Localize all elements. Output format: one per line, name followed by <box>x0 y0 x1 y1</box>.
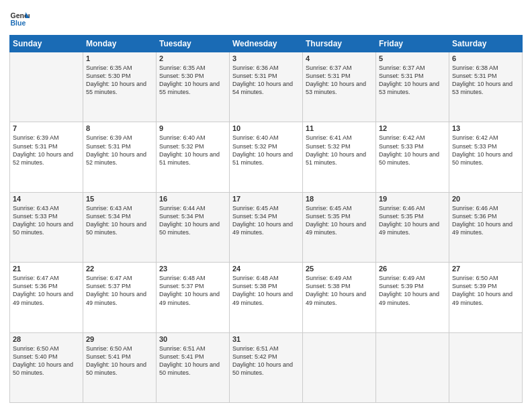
day-number: 16 <box>159 195 226 203</box>
day-number: 24 <box>232 265 300 273</box>
day-number: 13 <box>452 124 519 132</box>
week-row-0: 1Sunrise: 6:35 AMSunset: 5:30 PMDaylight… <box>10 52 523 122</box>
day-number: 28 <box>13 335 80 343</box>
week-row-2: 14Sunrise: 6:43 AMSunset: 5:33 PMDayligh… <box>10 192 523 262</box>
day-number: 11 <box>306 124 373 132</box>
cell-info: Sunrise: 6:35 AMSunset: 5:30 PMDaylight:… <box>159 64 226 97</box>
day-number: 15 <box>86 195 153 203</box>
calendar-cell <box>376 332 449 402</box>
cell-info: Sunrise: 6:43 AMSunset: 5:34 PMDaylight:… <box>86 204 153 237</box>
cell-info: Sunrise: 6:49 AMSunset: 5:38 PMDaylight:… <box>306 274 373 307</box>
day-number: 6 <box>452 54 519 62</box>
day-number: 12 <box>379 124 446 132</box>
cell-info: Sunrise: 6:50 AMSunset: 5:41 PMDaylight:… <box>86 345 153 377</box>
calendar-cell <box>303 332 376 402</box>
week-row-1: 7Sunrise: 6:39 AMSunset: 5:31 PMDaylight… <box>10 122 523 192</box>
calendar-cell: 10Sunrise: 6:40 AMSunset: 5:32 PMDayligh… <box>230 122 303 192</box>
cell-info: Sunrise: 6:44 AMSunset: 5:34 PMDaylight:… <box>159 204 226 237</box>
cell-info: Sunrise: 6:37 AMSunset: 5:31 PMDaylight:… <box>379 64 446 97</box>
day-header-saturday: Saturday <box>449 36 523 52</box>
calendar-cell: 2Sunrise: 6:35 AMSunset: 5:30 PMDaylight… <box>157 52 230 122</box>
calendar-cell: 28Sunrise: 6:50 AMSunset: 5:40 PMDayligh… <box>10 332 83 402</box>
calendar-cell: 24Sunrise: 6:48 AMSunset: 5:38 PMDayligh… <box>230 263 303 332</box>
day-number: 17 <box>232 195 300 203</box>
calendar-cell: 3Sunrise: 6:36 AMSunset: 5:31 PMDaylight… <box>230 52 303 122</box>
cell-info: Sunrise: 6:35 AMSunset: 5:30 PMDaylight:… <box>86 64 153 97</box>
day-number: 10 <box>232 124 300 132</box>
cell-info: Sunrise: 6:51 AMSunset: 5:41 PMDaylight:… <box>159 345 226 377</box>
calendar-cell: 11Sunrise: 6:41 AMSunset: 5:32 PMDayligh… <box>303 122 376 192</box>
cell-info: Sunrise: 6:39 AMSunset: 5:31 PMDaylight:… <box>13 134 80 167</box>
day-number: 25 <box>306 265 373 273</box>
logo-icon: General Blue <box>9 8 30 28</box>
page: General Blue SundayMondayTuesdayWednesda… <box>0 0 532 411</box>
calendar-cell: 22Sunrise: 6:47 AMSunset: 5:37 PMDayligh… <box>83 263 157 332</box>
calendar-body: 1Sunrise: 6:35 AMSunset: 5:30 PMDaylight… <box>10 52 523 403</box>
calendar-cell: 12Sunrise: 6:42 AMSunset: 5:33 PMDayligh… <box>376 122 449 192</box>
calendar-cell: 29Sunrise: 6:50 AMSunset: 5:41 PMDayligh… <box>83 332 157 402</box>
cell-info: Sunrise: 6:45 AMSunset: 5:35 PMDaylight:… <box>306 204 373 237</box>
calendar-cell: 30Sunrise: 6:51 AMSunset: 5:41 PMDayligh… <box>157 332 230 402</box>
calendar-cell: 25Sunrise: 6:49 AMSunset: 5:38 PMDayligh… <box>303 263 376 332</box>
cell-info: Sunrise: 6:47 AMSunset: 5:36 PMDaylight:… <box>13 274 80 307</box>
calendar-table: SundayMondayTuesdayWednesdayThursdayFrid… <box>9 35 523 403</box>
calendar-cell <box>449 332 523 402</box>
cell-info: Sunrise: 6:48 AMSunset: 5:38 PMDaylight:… <box>232 274 300 307</box>
day-header-friday: Friday <box>376 36 449 52</box>
calendar-cell: 5Sunrise: 6:37 AMSunset: 5:31 PMDaylight… <box>376 52 449 122</box>
cell-info: Sunrise: 6:40 AMSunset: 5:32 PMDaylight:… <box>159 134 226 167</box>
cell-info: Sunrise: 6:51 AMSunset: 5:42 PMDaylight:… <box>232 345 300 377</box>
calendar-cell: 15Sunrise: 6:43 AMSunset: 5:34 PMDayligh… <box>83 192 157 262</box>
day-header-tuesday: Tuesday <box>157 36 230 52</box>
calendar-cell: 31Sunrise: 6:51 AMSunset: 5:42 PMDayligh… <box>230 332 303 402</box>
calendar-cell: 7Sunrise: 6:39 AMSunset: 5:31 PMDaylight… <box>10 122 83 192</box>
calendar-header-row: SundayMondayTuesdayWednesdayThursdayFrid… <box>10 36 523 52</box>
cell-info: Sunrise: 6:47 AMSunset: 5:37 PMDaylight:… <box>86 274 153 307</box>
calendar-cell: 14Sunrise: 6:43 AMSunset: 5:33 PMDayligh… <box>10 192 83 262</box>
day-number: 20 <box>452 195 519 203</box>
calendar-cell: 13Sunrise: 6:42 AMSunset: 5:33 PMDayligh… <box>449 122 523 192</box>
day-number: 29 <box>86 335 153 343</box>
day-number: 3 <box>232 54 300 62</box>
calendar-cell: 8Sunrise: 6:39 AMSunset: 5:31 PMDaylight… <box>83 122 157 192</box>
day-number: 9 <box>159 124 226 132</box>
week-row-4: 28Sunrise: 6:50 AMSunset: 5:40 PMDayligh… <box>10 332 523 402</box>
day-header-wednesday: Wednesday <box>230 36 303 52</box>
day-number: 7 <box>13 124 80 132</box>
calendar-cell: 21Sunrise: 6:47 AMSunset: 5:36 PMDayligh… <box>10 263 83 332</box>
cell-info: Sunrise: 6:46 AMSunset: 5:36 PMDaylight:… <box>452 204 519 237</box>
week-row-3: 21Sunrise: 6:47 AMSunset: 5:36 PMDayligh… <box>10 263 523 332</box>
cell-info: Sunrise: 6:42 AMSunset: 5:33 PMDaylight:… <box>452 134 519 167</box>
cell-info: Sunrise: 6:43 AMSunset: 5:33 PMDaylight:… <box>13 204 80 237</box>
cell-info: Sunrise: 6:39 AMSunset: 5:31 PMDaylight:… <box>86 134 153 167</box>
calendar-cell: 9Sunrise: 6:40 AMSunset: 5:32 PMDaylight… <box>157 122 230 192</box>
day-number: 27 <box>452 265 519 273</box>
cell-info: Sunrise: 6:41 AMSunset: 5:32 PMDaylight:… <box>306 134 373 167</box>
cell-info: Sunrise: 6:46 AMSunset: 5:35 PMDaylight:… <box>379 204 446 237</box>
day-number: 8 <box>86 124 153 132</box>
day-number: 31 <box>232 335 300 343</box>
cell-info: Sunrise: 6:40 AMSunset: 5:32 PMDaylight:… <box>232 134 300 167</box>
calendar-cell: 1Sunrise: 6:35 AMSunset: 5:30 PMDaylight… <box>83 52 157 122</box>
day-number: 22 <box>86 265 153 273</box>
day-number: 18 <box>306 195 373 203</box>
day-number: 21 <box>13 265 80 273</box>
day-header-sunday: Sunday <box>10 36 83 52</box>
day-number: 26 <box>379 265 446 273</box>
day-number: 30 <box>159 335 226 343</box>
day-number: 23 <box>159 265 226 273</box>
day-header-thursday: Thursday <box>303 36 376 52</box>
day-number: 2 <box>159 54 226 62</box>
calendar-cell <box>10 52 83 122</box>
calendar-cell: 23Sunrise: 6:48 AMSunset: 5:37 PMDayligh… <box>157 263 230 332</box>
calendar-cell: 26Sunrise: 6:49 AMSunset: 5:39 PMDayligh… <box>376 263 449 332</box>
cell-info: Sunrise: 6:36 AMSunset: 5:31 PMDaylight:… <box>232 64 300 97</box>
cell-info: Sunrise: 6:45 AMSunset: 5:34 PMDaylight:… <box>232 204 300 237</box>
cell-info: Sunrise: 6:37 AMSunset: 5:31 PMDaylight:… <box>306 64 373 97</box>
svg-text:Blue: Blue <box>11 19 26 27</box>
calendar-cell: 4Sunrise: 6:37 AMSunset: 5:31 PMDaylight… <box>303 52 376 122</box>
cell-info: Sunrise: 6:48 AMSunset: 5:37 PMDaylight:… <box>159 274 226 307</box>
cell-info: Sunrise: 6:50 AMSunset: 5:40 PMDaylight:… <box>13 345 80 377</box>
cell-info: Sunrise: 6:49 AMSunset: 5:39 PMDaylight:… <box>379 274 446 307</box>
calendar-cell: 27Sunrise: 6:50 AMSunset: 5:39 PMDayligh… <box>449 263 523 332</box>
